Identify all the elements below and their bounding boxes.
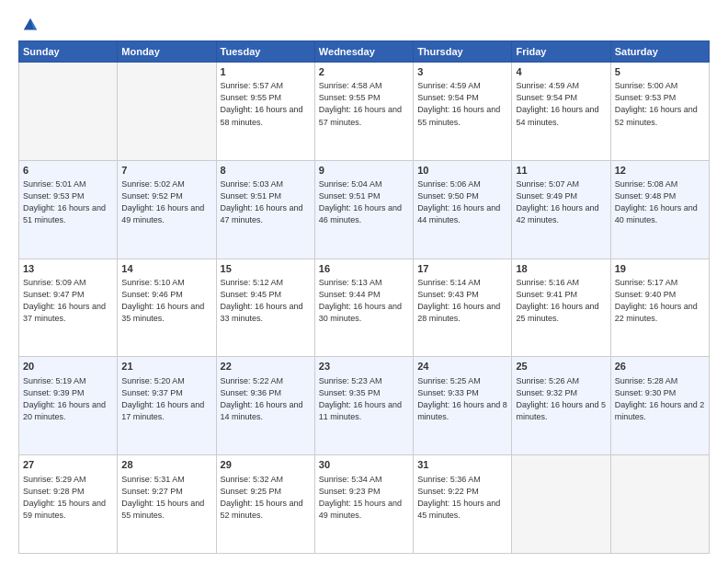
calendar-cell: 13Sunrise: 5:09 AMSunset: 9:47 PMDayligh…: [19, 259, 118, 357]
calendar-cell: 28Sunrise: 5:31 AMSunset: 9:27 PMDayligh…: [118, 455, 216, 554]
day-number: 27: [23, 458, 113, 472]
day-info: Sunrise: 5:17 AMSunset: 9:40 PMDaylight:…: [615, 277, 705, 325]
day-info: Sunrise: 4:59 AMSunset: 9:54 PMDaylight:…: [417, 80, 507, 128]
calendar-cell: 14Sunrise: 5:10 AMSunset: 9:46 PMDayligh…: [118, 259, 216, 357]
calendar-cell: [19, 63, 118, 161]
day-number: 12: [615, 164, 705, 178]
day-info: Sunrise: 5:29 AMSunset: 9:28 PMDaylight:…: [23, 474, 113, 522]
day-number: 7: [121, 164, 211, 178]
calendar-cell: 8Sunrise: 5:03 AMSunset: 9:51 PMDaylight…: [216, 160, 314, 259]
day-number: 8: [221, 164, 311, 178]
calendar-cell: 10Sunrise: 5:06 AMSunset: 9:50 PMDayligh…: [414, 160, 512, 259]
day-number: 15: [221, 262, 311, 276]
day-number: 11: [516, 164, 606, 178]
day-info: Sunrise: 5:00 AMSunset: 9:53 PMDaylight:…: [615, 80, 705, 128]
day-info: Sunrise: 5:32 AMSunset: 9:25 PMDaylight:…: [221, 474, 311, 522]
day-info: Sunrise: 5:09 AMSunset: 9:47 PMDaylight:…: [23, 277, 113, 325]
day-info: Sunrise: 5:22 AMSunset: 9:36 PMDaylight:…: [221, 375, 311, 423]
calendar-cell: 23Sunrise: 5:23 AMSunset: 9:35 PMDayligh…: [314, 357, 413, 455]
calendar-cell: 1Sunrise: 5:57 AMSunset: 9:55 PMDaylight…: [216, 63, 314, 161]
day-number: 1: [221, 65, 311, 79]
calendar-cell: 11Sunrise: 5:07 AMSunset: 9:49 PMDayligh…: [512, 160, 610, 259]
day-number: 14: [121, 262, 211, 276]
day-number: 17: [417, 262, 507, 276]
calendar-cell: [512, 455, 610, 554]
calendar-cell: 6Sunrise: 5:01 AMSunset: 9:53 PMDaylight…: [19, 160, 118, 259]
day-info: Sunrise: 5:19 AMSunset: 9:39 PMDaylight:…: [23, 375, 113, 423]
day-number: 31: [417, 458, 507, 472]
day-info: Sunrise: 5:57 AMSunset: 9:55 PMDaylight:…: [221, 80, 311, 128]
weekday-header-wednesday: Wednesday: [314, 41, 413, 63]
day-number: 9: [319, 164, 409, 178]
day-info: Sunrise: 5:04 AMSunset: 9:51 PMDaylight:…: [319, 178, 409, 226]
day-number: 6: [23, 164, 113, 178]
day-number: 26: [615, 360, 705, 373]
day-info: Sunrise: 5:03 AMSunset: 9:51 PMDaylight:…: [221, 178, 311, 226]
day-number: 16: [319, 262, 409, 276]
day-number: 10: [417, 164, 507, 178]
calendar-cell: 20Sunrise: 5:19 AMSunset: 9:39 PMDayligh…: [19, 357, 118, 455]
day-number: 24: [417, 360, 507, 373]
calendar-cell: 17Sunrise: 5:14 AMSunset: 9:43 PMDayligh…: [414, 259, 512, 357]
day-number: 23: [319, 360, 409, 373]
weekday-header-saturday: Saturday: [610, 41, 709, 63]
weekday-header-sunday: Sunday: [19, 41, 118, 63]
day-info: Sunrise: 5:08 AMSunset: 9:48 PMDaylight:…: [615, 178, 705, 226]
calendar-cell: 25Sunrise: 5:26 AMSunset: 9:32 PMDayligh…: [512, 357, 610, 455]
day-number: 3: [417, 65, 507, 79]
page: SundayMondayTuesdayWednesdayThursdayFrid…: [0, 0, 728, 563]
day-number: 5: [615, 65, 705, 79]
day-number: 21: [121, 360, 211, 373]
calendar-cell: 27Sunrise: 5:29 AMSunset: 9:28 PMDayligh…: [19, 455, 118, 554]
day-info: Sunrise: 4:58 AMSunset: 9:55 PMDaylight:…: [319, 80, 409, 128]
logo-icon: [22, 17, 39, 33]
day-info: Sunrise: 5:25 AMSunset: 9:33 PMDaylight:…: [417, 375, 507, 423]
weekday-header-monday: Monday: [118, 41, 216, 63]
day-number: 4: [516, 65, 606, 79]
calendar-cell: 5Sunrise: 5:00 AMSunset: 9:53 PMDaylight…: [610, 63, 709, 161]
day-number: 18: [516, 262, 606, 276]
day-info: Sunrise: 5:16 AMSunset: 9:41 PMDaylight:…: [516, 277, 606, 325]
day-number: 30: [319, 458, 409, 472]
calendar: SundayMondayTuesdayWednesdayThursdayFrid…: [18, 40, 710, 554]
day-number: 19: [615, 262, 705, 276]
calendar-cell: 3Sunrise: 4:59 AMSunset: 9:54 PMDaylight…: [414, 63, 512, 161]
day-number: 20: [23, 360, 113, 373]
day-info: Sunrise: 5:14 AMSunset: 9:43 PMDaylight:…: [417, 277, 507, 325]
day-info: Sunrise: 5:02 AMSunset: 9:52 PMDaylight:…: [121, 178, 211, 226]
calendar-cell: 9Sunrise: 5:04 AMSunset: 9:51 PMDaylight…: [314, 160, 413, 259]
day-info: Sunrise: 5:06 AMSunset: 9:50 PMDaylight:…: [417, 178, 507, 226]
logo: [18, 17, 40, 33]
weekday-header-friday: Friday: [512, 41, 610, 63]
calendar-cell: 24Sunrise: 5:25 AMSunset: 9:33 PMDayligh…: [414, 357, 512, 455]
calendar-cell: 29Sunrise: 5:32 AMSunset: 9:25 PMDayligh…: [216, 455, 314, 554]
day-number: 2: [319, 65, 409, 79]
calendar-cell: 12Sunrise: 5:08 AMSunset: 9:48 PMDayligh…: [610, 160, 709, 259]
day-number: 22: [221, 360, 311, 373]
day-info: Sunrise: 5:28 AMSunset: 9:30 PMDaylight:…: [615, 375, 705, 423]
day-info: Sunrise: 5:12 AMSunset: 9:45 PMDaylight:…: [221, 277, 311, 325]
calendar-cell: 4Sunrise: 4:59 AMSunset: 9:54 PMDaylight…: [512, 63, 610, 161]
day-number: 28: [121, 458, 211, 472]
day-info: Sunrise: 5:36 AMSunset: 9:22 PMDaylight:…: [417, 474, 507, 522]
day-info: Sunrise: 5:10 AMSunset: 9:46 PMDaylight:…: [121, 277, 211, 325]
calendar-cell: 22Sunrise: 5:22 AMSunset: 9:36 PMDayligh…: [216, 357, 314, 455]
day-number: 29: [221, 458, 311, 472]
calendar-cell: 21Sunrise: 5:20 AMSunset: 9:37 PMDayligh…: [118, 357, 216, 455]
day-info: Sunrise: 5:07 AMSunset: 9:49 PMDaylight:…: [516, 178, 606, 226]
day-info: Sunrise: 5:13 AMSunset: 9:44 PMDaylight:…: [319, 277, 409, 325]
day-info: Sunrise: 5:31 AMSunset: 9:27 PMDaylight:…: [121, 474, 211, 522]
day-info: Sunrise: 5:23 AMSunset: 9:35 PMDaylight:…: [319, 375, 409, 423]
calendar-cell: 26Sunrise: 5:28 AMSunset: 9:30 PMDayligh…: [610, 357, 709, 455]
day-number: 13: [23, 262, 113, 276]
calendar-cell: 31Sunrise: 5:36 AMSunset: 9:22 PMDayligh…: [414, 455, 512, 554]
day-info: Sunrise: 5:01 AMSunset: 9:53 PMDaylight:…: [23, 178, 113, 226]
day-info: Sunrise: 5:34 AMSunset: 9:23 PMDaylight:…: [319, 474, 409, 522]
calendar-cell: [610, 455, 709, 554]
calendar-cell: 15Sunrise: 5:12 AMSunset: 9:45 PMDayligh…: [216, 259, 314, 357]
day-number: 25: [516, 360, 606, 373]
weekday-header-tuesday: Tuesday: [216, 41, 314, 63]
day-info: Sunrise: 5:26 AMSunset: 9:32 PMDaylight:…: [516, 375, 606, 423]
day-info: Sunrise: 5:20 AMSunset: 9:37 PMDaylight:…: [121, 375, 211, 423]
calendar-cell: 30Sunrise: 5:34 AMSunset: 9:23 PMDayligh…: [314, 455, 413, 554]
